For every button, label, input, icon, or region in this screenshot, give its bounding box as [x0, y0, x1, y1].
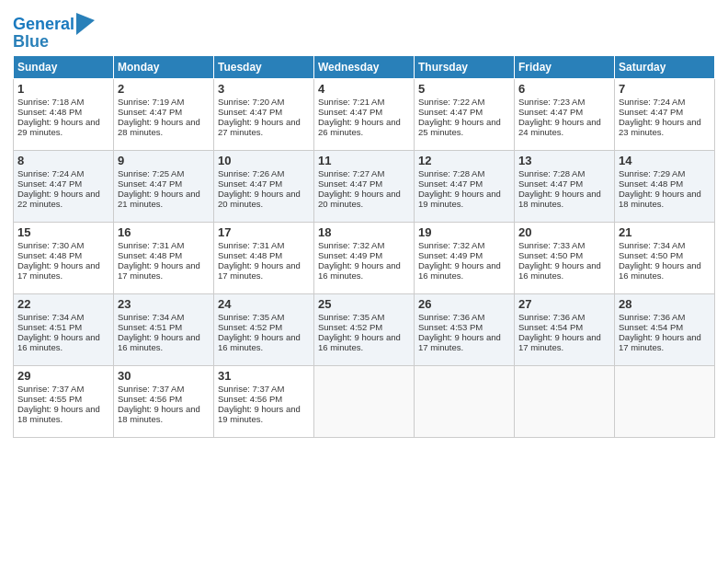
day-number: 15 [17, 225, 109, 239]
day-number: 2 [118, 82, 210, 96]
sunset-label: Sunset: 4:49 PM [318, 250, 382, 260]
calendar-cell: 24 Sunrise: 7:35 AM Sunset: 4:52 PM Dayl… [214, 294, 314, 366]
day-number: 18 [318, 225, 410, 239]
daylight-label: Daylight: 9 hours and 23 minutes. [619, 117, 701, 137]
col-header-saturday: Saturday [615, 56, 715, 79]
calendar-cell: 3 Sunrise: 7:20 AM Sunset: 4:47 PM Dayli… [214, 79, 314, 151]
day-number: 10 [218, 154, 310, 167]
daylight-label: Daylight: 9 hours and 19 minutes. [418, 189, 501, 209]
daylight-label: Daylight: 9 hours and 16 minutes. [518, 260, 601, 281]
sunset-label: Sunset: 4:47 PM [218, 107, 282, 117]
day-number: 17 [218, 225, 310, 239]
sunset-label: Sunset: 4:54 PM [619, 322, 683, 332]
sunset-label: Sunset: 4:47 PM [218, 178, 282, 189]
sunset-label: Sunset: 4:52 PM [318, 322, 382, 332]
daylight-label: Daylight: 9 hours and 20 minutes. [218, 189, 301, 209]
calendar-cell: 6 Sunrise: 7:23 AM Sunset: 4:47 PM Dayli… [515, 79, 615, 151]
day-number: 29 [17, 369, 109, 383]
calendar-cell: 15 Sunrise: 7:30 AM Sunset: 4:48 PM Dayl… [14, 223, 114, 294]
daylight-label: Daylight: 9 hours and 20 minutes. [318, 189, 401, 209]
day-number: 20 [518, 225, 610, 239]
calendar-cell: 27 Sunrise: 7:36 AM Sunset: 4:54 PM Dayl… [515, 294, 615, 366]
col-header-tuesday: Tuesday [214, 56, 314, 79]
calendar-cell: 17 Sunrise: 7:31 AM Sunset: 4:48 PM Dayl… [214, 223, 314, 294]
logo-text-blue: Blue [13, 33, 95, 50]
sunrise-label: Sunrise: 7:19 AM [118, 97, 184, 107]
daylight-label: Daylight: 9 hours and 16 minutes. [418, 260, 501, 281]
calendar-cell: 7 Sunrise: 7:24 AM Sunset: 4:47 PM Dayli… [615, 79, 715, 151]
sunset-label: Sunset: 4:47 PM [118, 178, 182, 189]
sunrise-label: Sunrise: 7:37 AM [17, 384, 84, 394]
sunset-label: Sunset: 4:50 PM [518, 250, 583, 260]
day-number: 21 [619, 225, 711, 239]
calendar-cell: 5 Sunrise: 7:22 AM Sunset: 4:47 PM Dayli… [415, 79, 515, 151]
daylight-label: Daylight: 9 hours and 16 minutes. [318, 260, 401, 281]
sunrise-label: Sunrise: 7:30 AM [17, 240, 84, 250]
day-number: 13 [518, 154, 610, 167]
sunrise-label: Sunrise: 7:32 AM [318, 240, 384, 250]
sunset-label: Sunset: 4:49 PM [418, 250, 483, 260]
sunrise-label: Sunrise: 7:28 AM [418, 168, 484, 178]
daylight-label: Daylight: 9 hours and 17 minutes. [118, 260, 200, 281]
calendar-cell: 16 Sunrise: 7:31 AM Sunset: 4:48 PM Dayl… [114, 223, 214, 294]
sunset-label: Sunset: 4:56 PM [218, 394, 282, 404]
calendar-cell: 9 Sunrise: 7:25 AM Sunset: 4:47 PM Dayli… [114, 151, 214, 223]
sunrise-label: Sunrise: 7:27 AM [318, 168, 384, 178]
logo-general: General [13, 15, 74, 33]
calendar-table: SundayMondayTuesdayWednesdayThursdayFrid… [13, 55, 715, 438]
calendar-cell: 8 Sunrise: 7:24 AM Sunset: 4:47 PM Dayli… [14, 151, 114, 223]
sunrise-label: Sunrise: 7:18 AM [17, 97, 84, 107]
sunset-label: Sunset: 4:47 PM [418, 107, 483, 117]
daylight-label: Daylight: 9 hours and 16 minutes. [17, 332, 100, 352]
sunset-label: Sunset: 4:56 PM [118, 394, 182, 404]
sunrise-label: Sunrise: 7:24 AM [619, 97, 685, 107]
sunset-label: Sunset: 4:55 PM [17, 394, 82, 404]
day-number: 12 [418, 154, 510, 167]
day-number: 26 [418, 297, 510, 311]
calendar-cell: 29 Sunrise: 7:37 AM Sunset: 4:55 PM Dayl… [14, 366, 114, 438]
sunset-label: Sunset: 4:51 PM [118, 322, 182, 332]
day-number: 28 [619, 297, 711, 311]
calendar-cell: 18 Sunrise: 7:32 AM Sunset: 4:49 PM Dayl… [314, 223, 415, 294]
col-header-friday: Friday [515, 56, 615, 79]
daylight-label: Daylight: 9 hours and 16 minutes. [318, 332, 401, 352]
day-number: 14 [619, 154, 711, 167]
sunrise-label: Sunrise: 7:31 AM [118, 240, 184, 250]
sunset-label: Sunset: 4:54 PM [518, 322, 583, 332]
calendar-cell: 2 Sunrise: 7:19 AM Sunset: 4:47 PM Dayli… [114, 79, 214, 151]
daylight-label: Daylight: 9 hours and 17 minutes. [418, 332, 501, 352]
day-number: 24 [218, 297, 310, 311]
day-number: 16 [118, 225, 210, 239]
week-row-5: 29 Sunrise: 7:37 AM Sunset: 4:55 PM Dayl… [14, 366, 715, 438]
sunset-label: Sunset: 4:47 PM [518, 178, 583, 189]
day-number: 25 [318, 297, 410, 311]
day-number: 6 [518, 82, 610, 96]
calendar-cell: 11 Sunrise: 7:27 AM Sunset: 4:47 PM Dayl… [314, 151, 415, 223]
sunrise-label: Sunrise: 7:34 AM [619, 240, 685, 250]
sunset-label: Sunset: 4:47 PM [118, 107, 182, 117]
calendar-cell [314, 366, 415, 438]
logo-icon [76, 13, 95, 35]
calendar-cell: 14 Sunrise: 7:29 AM Sunset: 4:48 PM Dayl… [615, 151, 715, 223]
day-number: 4 [318, 82, 410, 96]
day-number: 27 [518, 297, 610, 311]
sunset-label: Sunset: 4:48 PM [619, 178, 683, 189]
week-row-3: 15 Sunrise: 7:30 AM Sunset: 4:48 PM Dayl… [14, 223, 715, 294]
calendar-cell: 4 Sunrise: 7:21 AM Sunset: 4:47 PM Dayli… [314, 79, 415, 151]
sunset-label: Sunset: 4:53 PM [418, 322, 483, 332]
sunrise-label: Sunrise: 7:36 AM [619, 312, 685, 322]
calendar-cell: 1 Sunrise: 7:18 AM Sunset: 4:48 PM Dayli… [14, 79, 114, 151]
day-number: 31 [218, 369, 310, 383]
header-row: SundayMondayTuesdayWednesdayThursdayFrid… [14, 56, 715, 79]
sunrise-label: Sunrise: 7:23 AM [518, 97, 585, 107]
col-header-thursday: Thursday [415, 56, 515, 79]
daylight-label: Daylight: 9 hours and 18 minutes. [619, 189, 701, 209]
daylight-label: Daylight: 9 hours and 29 minutes. [17, 117, 100, 137]
sunrise-label: Sunrise: 7:33 AM [518, 240, 585, 250]
sunset-label: Sunset: 4:47 PM [418, 178, 483, 189]
day-number: 9 [118, 154, 210, 167]
logo: General Blue [13, 13, 95, 50]
day-number: 11 [318, 154, 410, 167]
sunrise-label: Sunrise: 7:20 AM [218, 97, 284, 107]
calendar-cell: 19 Sunrise: 7:32 AM Sunset: 4:49 PM Dayl… [415, 223, 515, 294]
